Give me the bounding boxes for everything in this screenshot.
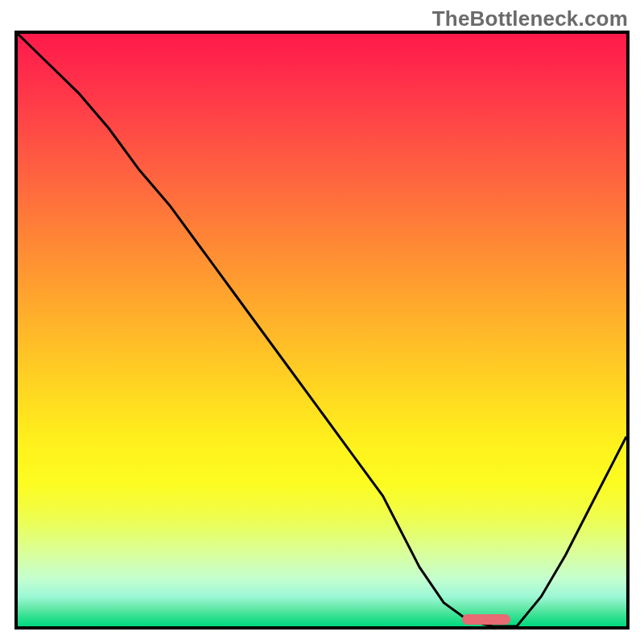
curve-svg	[18, 34, 626, 626]
watermark-text: TheBottleneck.com	[432, 6, 628, 31]
bottleneck-curve-path	[18, 34, 626, 626]
sweet-spot-marker	[462, 614, 510, 625]
plot-frame	[14, 31, 630, 630]
chart-container: TheBottleneck.com	[0, 0, 644, 644]
